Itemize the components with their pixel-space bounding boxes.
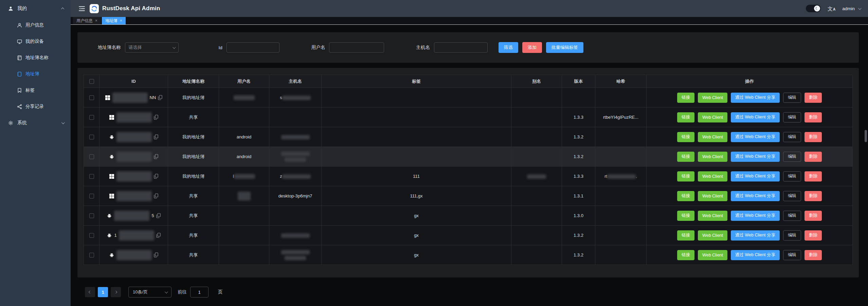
id-input[interactable] <box>227 42 279 53</box>
sidebar-item-my-devices[interactable]: 我的设备 <box>0 33 71 50</box>
menu-fold-icon[interactable] <box>79 6 85 11</box>
link-button[interactable]: 链接 <box>677 152 694 162</box>
page-number[interactable]: 1 <box>98 287 108 297</box>
share-via-web-client-button[interactable]: 通过 Web Client 分享 <box>731 191 780 201</box>
delete-button[interactable]: 删除 <box>804 191 822 201</box>
link-button[interactable]: 链接 <box>677 230 694 241</box>
share-via-web-client-button[interactable]: 通过 Web Client 分享 <box>731 93 780 103</box>
addressbook-name-select[interactable]: 请选择 <box>125 42 179 53</box>
table-row[interactable]: NN我的地址簿s链接Web Client通过 Web Client 分享编辑删除 <box>84 88 853 108</box>
row-checkbox[interactable] <box>89 233 94 238</box>
table-row[interactable]: 共享1.3.3rtbeYI4gIPuzRE...链接Web Client通过 W… <box>84 108 853 127</box>
web-client-button[interactable]: Web Client <box>698 230 727 241</box>
username-input[interactable] <box>329 42 384 53</box>
sidebar-item-addressbook[interactable]: 地址簿 <box>0 66 71 82</box>
link-button[interactable]: 链接 <box>677 93 694 103</box>
add-button[interactable]: 添加 <box>522 42 542 53</box>
copy-icon[interactable] <box>154 193 158 198</box>
copy-icon[interactable] <box>156 233 161 238</box>
delete-button[interactable]: 删除 <box>804 112 822 122</box>
table-row[interactable]: 共享gx1.3.2链接Web Client通过 Web Client 分享编辑删… <box>84 245 853 265</box>
row-checkbox[interactable] <box>89 115 94 120</box>
web-client-button[interactable]: Web Client <box>698 93 727 103</box>
edit-button[interactable]: 编辑 <box>783 191 801 201</box>
table-row[interactable]: 我的地址簿lz1111.3.3rt.链接Web Client通过 Web Cli… <box>84 167 853 186</box>
copy-icon[interactable] <box>154 154 158 159</box>
row-checkbox[interactable] <box>89 154 94 159</box>
copy-icon[interactable] <box>158 95 162 100</box>
tab-addressbook[interactable]: 地址簿 × <box>102 17 126 24</box>
delete-button[interactable]: 删除 <box>804 250 822 260</box>
close-icon[interactable]: × <box>95 19 97 23</box>
share-via-web-client-button[interactable]: 通过 Web Client 分享 <box>731 152 780 162</box>
web-client-button[interactable]: Web Client <box>698 112 727 122</box>
filter-button[interactable]: 筛选 <box>499 42 518 53</box>
delete-button[interactable]: 删除 <box>804 132 822 142</box>
language-icon[interactable]: 文A <box>828 6 835 11</box>
table-row[interactable]: 我的地址簿android1.3.2链接Web Client通过 Web Clie… <box>84 127 853 147</box>
edit-button[interactable]: 编辑 <box>783 93 801 103</box>
sidebar-item-share-records[interactable]: 分享记录 <box>0 98 71 115</box>
tab-user-info[interactable]: 用户信息 × <box>73 17 101 24</box>
sidebar-group-system[interactable]: 系统 <box>0 115 71 131</box>
table-row[interactable]: 共享desktop-3p6mjn7111,gx1.3.1链接Web Client… <box>84 186 853 206</box>
row-checkbox[interactable] <box>89 213 94 218</box>
table-row[interactable]: 我的地址簿android1.3.2链接Web Client通过 Web Clie… <box>84 147 853 167</box>
hostname-input[interactable] <box>434 42 488 53</box>
select-all-checkbox[interactable] <box>89 79 94 84</box>
share-via-web-client-button[interactable]: 通过 Web Client 分享 <box>731 211 780 221</box>
web-client-button[interactable]: Web Client <box>698 132 727 142</box>
goto-page-input[interactable] <box>190 287 209 298</box>
copy-icon[interactable] <box>154 174 158 179</box>
prev-page-button[interactable] <box>85 287 95 297</box>
link-button[interactable]: 链接 <box>677 132 694 142</box>
row-checkbox[interactable] <box>89 194 94 198</box>
row-checkbox[interactable] <box>89 174 94 179</box>
sidebar-item-user-info[interactable]: 用户信息 <box>0 17 71 33</box>
next-page-button[interactable] <box>111 287 121 297</box>
edit-button[interactable]: 编辑 <box>783 171 801 181</box>
row-checkbox[interactable] <box>89 253 94 257</box>
edit-button[interactable]: 编辑 <box>783 112 801 122</box>
row-checkbox[interactable] <box>89 135 94 139</box>
copy-icon[interactable] <box>154 134 158 139</box>
delete-button[interactable]: 删除 <box>804 152 822 162</box>
delete-button[interactable]: 删除 <box>804 230 822 241</box>
share-via-web-client-button[interactable]: 通过 Web Client 分享 <box>731 112 780 122</box>
sidebar-group-my[interactable]: 我的 <box>0 0 71 17</box>
user-menu[interactable]: admin <box>842 6 861 11</box>
web-client-button[interactable]: Web Client <box>698 250 727 260</box>
table-row[interactable]: 5共享gx1.3.0链接Web Client通过 Web Client 分享编辑… <box>84 206 853 226</box>
web-client-button[interactable]: Web Client <box>698 211 727 221</box>
link-button[interactable]: 链接 <box>677 211 694 221</box>
edit-button[interactable]: 编辑 <box>783 230 801 241</box>
delete-button[interactable]: 删除 <box>804 171 822 181</box>
delete-button[interactable]: 删除 <box>804 93 822 103</box>
web-client-button[interactable]: Web Client <box>698 191 727 201</box>
share-via-web-client-button[interactable]: 通过 Web Client 分享 <box>731 250 780 260</box>
web-client-button[interactable]: Web Client <box>698 171 727 181</box>
batch-edit-tags-button[interactable]: 批量编辑标签 <box>546 42 583 53</box>
link-button[interactable]: 链接 <box>677 250 694 260</box>
page-size-select[interactable]: 10条/页 <box>128 287 171 298</box>
sidebar-item-tags[interactable]: 标签 <box>0 82 71 98</box>
copy-icon[interactable] <box>154 115 158 120</box>
delete-button[interactable]: 删除 <box>804 211 822 221</box>
sidebar-item-addressbook-names[interactable]: 地址簿名称 <box>0 50 71 66</box>
table-row[interactable]: 1共享gx1.3.2链接Web Client通过 Web Client 分享编辑… <box>84 226 853 245</box>
share-via-web-client-button[interactable]: 通过 Web Client 分享 <box>731 171 780 181</box>
row-checkbox[interactable] <box>89 95 94 100</box>
link-button[interactable]: 链接 <box>677 191 694 201</box>
copy-icon[interactable] <box>156 213 161 218</box>
scrollbar-thumb[interactable] <box>865 130 867 142</box>
dark-mode-toggle[interactable]: ☾ <box>806 5 821 12</box>
edit-button[interactable]: 编辑 <box>783 152 801 162</box>
edit-button[interactable]: 编辑 <box>783 132 801 142</box>
link-button[interactable]: 链接 <box>677 171 694 181</box>
edit-button[interactable]: 编辑 <box>783 211 801 221</box>
share-via-web-client-button[interactable]: 通过 Web Client 分享 <box>731 132 780 142</box>
web-client-button[interactable]: Web Client <box>698 152 727 162</box>
share-via-web-client-button[interactable]: 通过 Web Client 分享 <box>731 230 780 241</box>
copy-icon[interactable] <box>154 252 158 257</box>
link-button[interactable]: 链接 <box>677 112 694 122</box>
